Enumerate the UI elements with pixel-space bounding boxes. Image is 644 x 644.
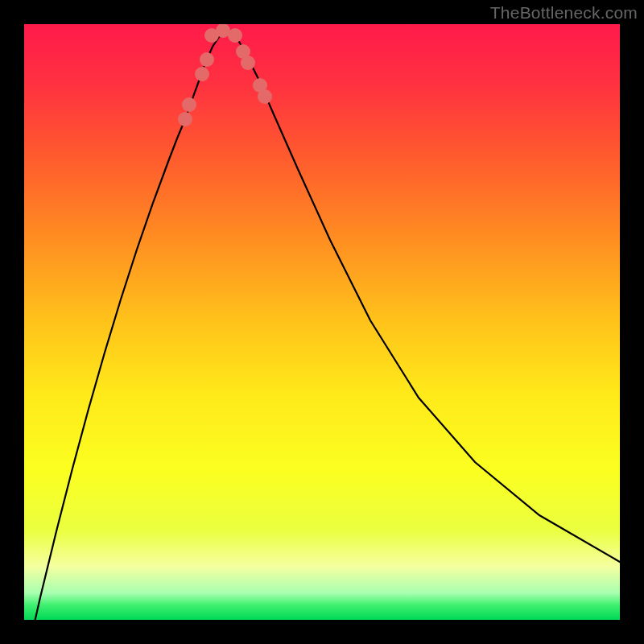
marker-dot bbox=[228, 28, 242, 43]
marker-dot bbox=[258, 89, 272, 104]
marker-dot bbox=[178, 112, 192, 126]
chart-svg bbox=[24, 24, 620, 620]
marker-dot bbox=[200, 52, 214, 67]
marker-dot bbox=[241, 56, 255, 70]
chart-frame: TheBottleneck.com bbox=[0, 0, 644, 644]
marker-dot bbox=[195, 67, 209, 81]
marker-dot bbox=[182, 97, 196, 112]
plot-area bbox=[24, 24, 620, 620]
watermark: TheBottleneck.com bbox=[490, 3, 638, 23]
